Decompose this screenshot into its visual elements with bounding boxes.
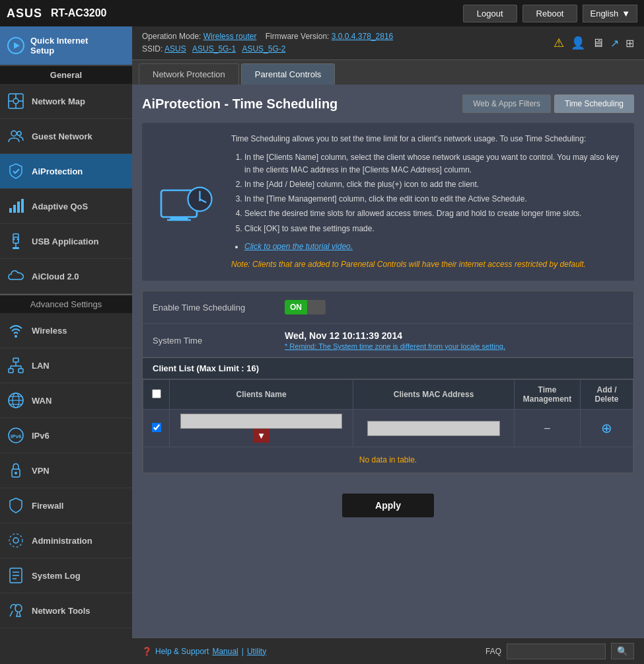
row-1-checkbox[interactable] xyxy=(152,423,161,432)
sidebar-item-wireless[interactable]: Wireless xyxy=(0,313,132,348)
web-apps-filters-button[interactable]: Web & Apps Filters xyxy=(462,94,551,113)
sidebar-item-network-map[interactable]: Network Map xyxy=(0,84,132,119)
sidebar-item-vpn[interactable]: VPN xyxy=(0,453,132,488)
add-delete-cell[interactable]: ⊕ xyxy=(581,410,633,447)
ipv6-icon: IPv6 xyxy=(7,426,25,445)
time-remind-text[interactable]: * Remind: The System time zone is differ… xyxy=(285,342,624,350)
guest-network-label: Guest Network xyxy=(32,131,92,141)
svg-text:IPv6: IPv6 xyxy=(11,433,22,439)
page-title: AiProtection - Time Scheduling xyxy=(142,96,338,112)
client-row-1: ▼ – ⊕ xyxy=(143,410,633,447)
aiprotection-label: AiProtection xyxy=(32,166,83,176)
sidebar-item-network-tools[interactable]: Network Tools xyxy=(0,593,132,628)
aicloud-label: AiCloud 2.0 xyxy=(32,272,79,281)
system-log-icon xyxy=(7,566,25,585)
svg-rect-11 xyxy=(13,205,16,213)
svg-point-37 xyxy=(13,538,18,543)
ssid-label: SSID: xyxy=(142,44,162,54)
ssid-3[interactable]: ASUS_5G-2 xyxy=(242,44,285,54)
usb-application-label: USB Application xyxy=(32,237,98,246)
grid-icon: ⊞ xyxy=(626,37,634,50)
row-checkbox-cell xyxy=(143,410,170,447)
aiprotection-icon xyxy=(7,162,25,180)
firewall-icon xyxy=(7,496,25,515)
svg-point-20 xyxy=(15,335,17,338)
model-name: RT-AC3200 xyxy=(51,7,106,19)
tutorial-link[interactable]: Click to open the tutorial video. xyxy=(244,242,353,251)
col-time-management: TimeManagement xyxy=(515,380,581,410)
svg-point-9 xyxy=(17,131,21,135)
chevron-down-icon: ▼ xyxy=(622,9,630,18)
sidebar-item-adaptive-qos[interactable]: Adaptive QoS xyxy=(0,189,132,224)
sidebar-item-guest-network[interactable]: Guest Network xyxy=(0,119,132,154)
warning-icon: ⚠ xyxy=(554,36,564,50)
help-icon: ❓ xyxy=(142,647,152,656)
svg-point-49 xyxy=(199,200,201,202)
help-support-label: Help & Support xyxy=(155,647,209,656)
ssid-2[interactable]: ASUS_5G-1 xyxy=(192,44,236,54)
wireless-label: Wireless xyxy=(32,326,67,336)
col-clients-mac: Clients MAC Address xyxy=(353,380,515,410)
language-selector[interactable]: English ▼ xyxy=(583,5,637,22)
enable-time-scheduling-row: Enable Time Scheduling ON xyxy=(143,291,633,324)
select-all-checkbox[interactable] xyxy=(152,389,161,398)
client-name-input[interactable] xyxy=(180,414,341,429)
lan-label: LAN xyxy=(32,361,50,371)
sidebar-item-usb-application[interactable]: USB Application xyxy=(0,224,132,259)
quick-setup-label: Quick InternetSetup xyxy=(30,36,88,55)
sidebar-item-firewall[interactable]: Firewall xyxy=(0,488,132,523)
manual-link[interactable]: Manual xyxy=(212,647,238,656)
wan-label: WAN xyxy=(32,396,52,406)
svg-rect-22 xyxy=(9,369,13,373)
no-data-message: No data in table. xyxy=(143,447,633,473)
description-text: Time Scheduling allows you to set the ti… xyxy=(231,133,624,271)
sidebar-item-system-log[interactable]: System Log xyxy=(0,558,132,593)
wan-icon xyxy=(7,391,25,410)
sidebar-item-wan[interactable]: WAN xyxy=(0,383,132,418)
svg-point-8 xyxy=(11,131,17,136)
system-time-value: Wed, Nov 12 10:11:39 2014 xyxy=(285,330,624,341)
sidebar-item-aiprotection[interactable]: AiProtection xyxy=(0,154,132,189)
client-name-cell[interactable]: ▼ xyxy=(170,410,353,447)
client-mac-input[interactable] xyxy=(367,421,500,436)
logout-button[interactable]: Logout xyxy=(463,5,517,22)
system-time-row: System Time Wed, Nov 12 10:11:39 2014 * … xyxy=(143,324,633,357)
client-mac-cell[interactable] xyxy=(353,410,515,447)
general-section-header: General xyxy=(0,65,132,84)
network-map-label: Network Map xyxy=(32,96,85,106)
system-log-label: System Log xyxy=(32,571,81,581)
svg-point-19 xyxy=(17,239,19,240)
tab-parental-controls[interactable]: Parental Controls xyxy=(241,63,335,85)
utility-link[interactable]: Utility xyxy=(247,647,266,656)
share-icon: ↗ xyxy=(610,37,619,50)
separator: | xyxy=(242,647,244,656)
wireless-icon xyxy=(7,321,25,340)
sidebar-item-lan[interactable]: LAN xyxy=(0,348,132,383)
reboot-button[interactable]: Reboot xyxy=(522,5,578,22)
svg-rect-10 xyxy=(9,208,12,213)
time-mgmt-cell: – xyxy=(515,410,581,447)
faq-search-input[interactable] xyxy=(507,644,606,659)
sidebar-item-quick-setup[interactable]: Quick InternetSetup xyxy=(0,26,132,65)
faq-search-button[interactable]: 🔍 xyxy=(611,643,634,659)
sidebar-item-administration[interactable]: Administration xyxy=(0,523,132,558)
svg-rect-13 xyxy=(21,199,24,213)
time-scheduling-button[interactable]: Time Scheduling xyxy=(554,94,634,113)
firmware-value[interactable]: 3.0.0.4.378_2816 xyxy=(332,32,393,41)
network-tools-icon xyxy=(7,601,25,620)
apply-button[interactable]: Apply xyxy=(342,494,434,517)
quick-setup-icon xyxy=(7,36,25,55)
ssid-1[interactable]: ASUS xyxy=(164,44,186,54)
sidebar-item-ipv6[interactable]: IPv6 IPv6 xyxy=(0,418,132,453)
firewall-label: Firewall xyxy=(32,501,63,511)
toggle-on-label[interactable]: ON xyxy=(285,300,307,314)
add-client-button[interactable]: ⊕ xyxy=(601,420,612,436)
toggle-off-label xyxy=(307,300,326,314)
svg-rect-16 xyxy=(13,247,19,249)
enable-ts-toggle[interactable]: ON xyxy=(285,298,331,316)
client-name-dropdown[interactable]: ▼ xyxy=(253,429,269,443)
operation-mode-value[interactable]: Wireless router xyxy=(203,32,257,41)
tab-network-protection[interactable]: Network Protection xyxy=(139,63,239,85)
sidebar-item-aicloud[interactable]: AiCloud 2.0 xyxy=(0,259,132,294)
ipv6-label: IPv6 xyxy=(32,431,50,441)
